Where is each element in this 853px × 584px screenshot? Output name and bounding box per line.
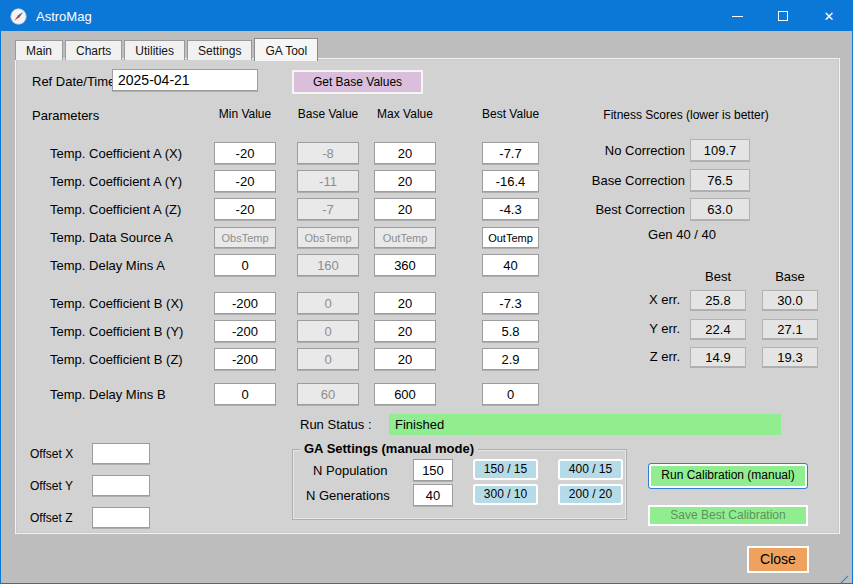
- max-value-input: [374, 227, 436, 248]
- ref-datetime-input[interactable]: [112, 69, 258, 91]
- base-value-field: [297, 383, 359, 405]
- title-bar: AstroMag ✕: [1, 1, 852, 31]
- parameter-label: Temp. Delay Mins B: [50, 387, 166, 402]
- close-window-button[interactable]: ✕: [806, 1, 852, 31]
- base-correction-label: Base Correction: [536, 173, 685, 188]
- base-value-field: [297, 170, 359, 192]
- min-value-input[interactable]: [214, 292, 276, 314]
- run-calibration-button[interactable]: Run Calibration (manual): [648, 463, 808, 489]
- run-status-value: Finished: [389, 414, 781, 435]
- x-err-base-value: 30.0: [762, 290, 818, 310]
- best-value-field[interactable]: [482, 170, 539, 192]
- min-value-input[interactable]: [214, 142, 276, 164]
- minimize-icon: [732, 16, 743, 17]
- max-value-input[interactable]: [374, 383, 436, 405]
- preset-150-15-button[interactable]: 150 / 15: [473, 459, 538, 480]
- min-value-input[interactable]: [214, 170, 276, 192]
- best-value-field[interactable]: [482, 383, 539, 405]
- preset-300-10-button[interactable]: 300 / 10: [473, 484, 538, 505]
- max-value-input[interactable]: [374, 320, 436, 342]
- max-value-input[interactable]: [374, 292, 436, 314]
- ga-settings-groupbox: GA Settings (manual mode) N Population N…: [292, 449, 627, 520]
- parameter-label: Temp. Coefficient A (Y): [50, 174, 182, 189]
- parameter-label: Temp. Coefficient A (X): [50, 146, 182, 161]
- x-err-best-value: 25.8: [690, 290, 746, 310]
- close-icon: ✕: [824, 10, 835, 23]
- offset-z-label: Offset Z: [30, 511, 72, 525]
- n-population-input[interactable]: [413, 459, 453, 481]
- x-err-label: X err.: [600, 292, 680, 307]
- tab-charts[interactable]: Charts: [65, 40, 122, 60]
- no-correction-score: 109.7: [690, 139, 750, 161]
- min-value-input[interactable]: [214, 198, 276, 220]
- close-button[interactable]: Close: [747, 546, 809, 573]
- tab-settings[interactable]: Settings: [187, 40, 252, 60]
- parameter-label: Temp. Coefficient B (Y): [50, 324, 183, 339]
- best-value-field[interactable]: [482, 348, 539, 370]
- y-err-base-value: 27.1: [762, 319, 818, 339]
- min-value-input[interactable]: [214, 320, 276, 342]
- parameter-label: Temp. Data Source A: [50, 230, 173, 245]
- z-err-base-value: 19.3: [762, 347, 818, 367]
- parameters-heading: Parameters: [32, 108, 99, 123]
- base-value-field: [297, 292, 359, 314]
- base-value-header: Base Value: [297, 107, 359, 121]
- best-value-field[interactable]: [482, 292, 539, 314]
- get-base-values-button[interactable]: Get Base Values: [292, 70, 423, 94]
- max-value-input[interactable]: [374, 348, 436, 370]
- offset-x-input[interactable]: [92, 443, 150, 464]
- ga-tool-tab-page: Ref Date/Time Get Base Values Parameters…: [15, 58, 840, 534]
- best-value-field[interactable]: [482, 142, 539, 164]
- ref-datetime-label: Ref Date/Time: [32, 74, 115, 89]
- max-value-header: Max Value: [374, 107, 436, 121]
- base-value-field: [297, 320, 359, 342]
- base-correction-score: 76.5: [690, 169, 750, 191]
- app-window: AstroMag ✕ Main Charts Utilities Setting…: [0, 0, 853, 584]
- fitness-scores-heading: Fitness Scores (lower is better): [536, 108, 836, 122]
- base-value-field: [297, 142, 359, 164]
- offset-x-label: Offset X: [30, 447, 73, 461]
- base-value-field: [297, 227, 359, 248]
- parameter-label: Temp. Delay Mins A: [50, 258, 165, 273]
- best-value-header: Best Value: [482, 107, 539, 121]
- window-title: AstroMag: [36, 9, 92, 24]
- run-status-label: Run Status :: [300, 417, 372, 432]
- preset-400-15-button[interactable]: 400 / 15: [558, 459, 623, 480]
- offset-y-input[interactable]: [92, 475, 150, 496]
- save-best-calibration-button[interactable]: Save Best Calibration: [648, 505, 808, 526]
- minimize-button[interactable]: [714, 1, 760, 31]
- min-value-input[interactable]: [214, 254, 276, 276]
- best-correction-label: Best Correction: [536, 202, 685, 217]
- parameter-label: Temp. Coefficient B (X): [50, 296, 183, 311]
- tab-main[interactable]: Main: [15, 40, 63, 60]
- best-value-field[interactable]: [482, 320, 539, 342]
- tab-strip: Main Charts Utilities Settings GA Tool: [15, 38, 320, 60]
- maximize-button[interactable]: [760, 1, 806, 31]
- compass-app-icon: [10, 8, 27, 25]
- min-value-header: Min Value: [214, 107, 276, 121]
- parameter-label: Temp. Coefficient A (Z): [50, 202, 181, 217]
- tab-ga-tool[interactable]: GA Tool: [254, 38, 318, 61]
- max-value-input[interactable]: [374, 170, 436, 192]
- err-base-header: Base: [762, 269, 818, 284]
- resize-grip[interactable]: [839, 576, 849, 584]
- best-value-field[interactable]: [482, 227, 539, 248]
- min-value-input[interactable]: [214, 383, 276, 405]
- max-value-input[interactable]: [374, 254, 436, 276]
- min-value-input[interactable]: [214, 348, 276, 370]
- tab-utilities[interactable]: Utilities: [124, 40, 185, 60]
- min-value-input: [214, 227, 276, 248]
- preset-200-20-button[interactable]: 200 / 20: [558, 484, 623, 505]
- best-value-field[interactable]: [482, 254, 539, 276]
- max-value-input[interactable]: [374, 198, 436, 220]
- parameter-label: Temp. Coefficient B (Z): [50, 352, 183, 367]
- z-err-best-value: 14.9: [690, 347, 746, 367]
- err-best-header: Best: [690, 269, 746, 284]
- n-generations-label: N Generations: [306, 488, 390, 503]
- max-value-input[interactable]: [374, 142, 436, 164]
- best-value-field[interactable]: [482, 198, 539, 220]
- generation-counter: Gen 40 / 40: [622, 227, 742, 242]
- n-generations-input[interactable]: [413, 484, 453, 506]
- offset-z-input[interactable]: [92, 507, 150, 528]
- base-value-field: [297, 198, 359, 220]
